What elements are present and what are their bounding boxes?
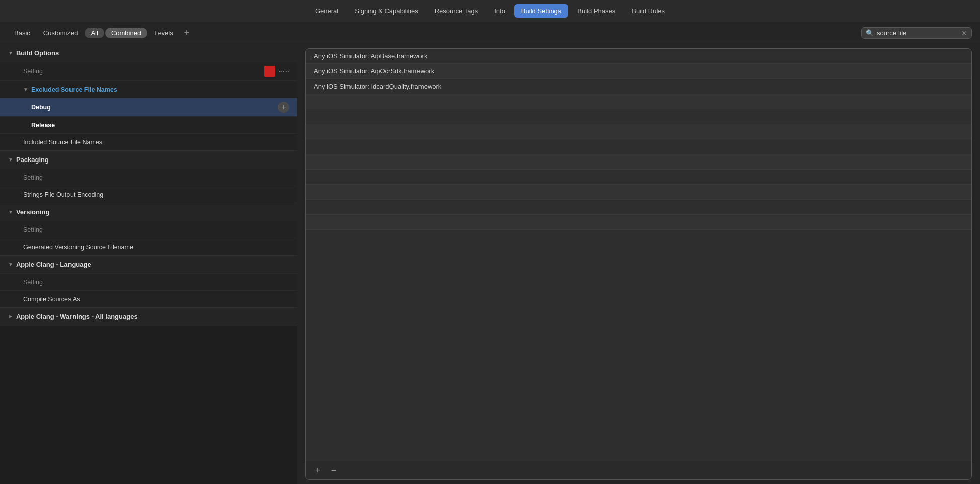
debug-plus-circle[interactable]: +	[278, 102, 289, 113]
popup-item-2[interactable]: Any iOS Simulator: IdcardQuality.framewo…	[306, 79, 971, 94]
chevron-icon-warnings: ▼	[8, 314, 13, 319]
section-label-build-options: Build Options	[16, 49, 59, 57]
tab-build-rules[interactable]: Build Rules	[624, 4, 672, 18]
row-generated-versioning[interactable]: Generated Versioning Source Filename	[0, 238, 297, 255]
section-label-packaging: Packaging	[16, 156, 49, 164]
section-label-versioning: Versioning	[16, 208, 49, 216]
setting-label: Setting	[23, 68, 43, 75]
release-label: Release	[31, 122, 55, 129]
subsection-label-excluded: Excluded Source File Names	[31, 86, 117, 93]
filter-all[interactable]: All	[85, 28, 104, 38]
row-debug[interactable]: Debug +	[0, 98, 297, 116]
popup-item-empty-4	[306, 109, 971, 124]
main-content: ▼ Build Options Setting ······· ▼ Exclud…	[0, 44, 980, 484]
filter-levels[interactable]: Levels	[148, 27, 179, 39]
section-header-apple-clang-warnings[interactable]: ▼ Apple Clang - Warnings - All languages	[0, 308, 297, 326]
packaging-setting-label: Setting	[23, 174, 43, 181]
debug-label: Debug	[31, 104, 51, 111]
tab-info[interactable]: Info	[487, 4, 512, 18]
popup-callout: Any iOS Simulator: AipBase.framework Any…	[305, 48, 972, 480]
section-label-apple-clang-language: Apple Clang - Language	[16, 261, 91, 268]
popup-item-empty-8	[306, 170, 971, 185]
popup-item-empty-10	[306, 200, 971, 215]
included-label: Included Source File Names	[23, 139, 102, 146]
row-setting-apple-clang[interactable]: Setting	[0, 273, 297, 290]
settings-list: ▼ Build Options Setting ······· ▼ Exclud…	[0, 44, 297, 484]
add-setting-button[interactable]: +	[180, 27, 193, 40]
tab-general[interactable]: General	[308, 4, 345, 18]
row-setting-build-options[interactable]: Setting ·······	[0, 62, 297, 80]
value-text: ·······	[277, 68, 289, 75]
filter-customized[interactable]: Customized	[37, 27, 84, 39]
section-packaging: ▼ Packaging Setting Strings File Output …	[0, 151, 297, 203]
compile-sources-label: Compile Sources As	[23, 296, 80, 303]
row-setting-packaging[interactable]: Setting	[0, 169, 297, 186]
chevron-icon-versioning: ▼	[8, 209, 13, 215]
chevron-icon-apple-clang: ▼	[8, 262, 13, 267]
popup-item-0[interactable]: Any iOS Simulator: AipBase.framework	[306, 49, 971, 64]
popup-item-empty-11	[306, 215, 971, 230]
clear-search-button[interactable]: ✕	[961, 30, 967, 37]
section-apple-clang-warnings: ▼ Apple Clang - Warnings - All languages	[0, 308, 297, 326]
section-header-apple-clang-language[interactable]: ▼ Apple Clang - Language	[0, 256, 297, 273]
popup-add-button[interactable]: +	[312, 464, 324, 476]
popup-remove-button[interactable]: −	[328, 464, 340, 476]
strings-file-label: Strings File Output Encoding	[23, 191, 103, 198]
versioning-setting-label: Setting	[23, 226, 43, 233]
popup-item-1[interactable]: Any iOS Simulator: AipOcrSdk.framework	[306, 64, 971, 79]
popup-item-empty-3	[306, 94, 971, 109]
filter-combined[interactable]: Combined	[105, 28, 147, 38]
chevron-icon-excluded: ▼	[23, 87, 28, 92]
section-apple-clang-language: ▼ Apple Clang - Language Setting Compile…	[0, 256, 297, 308]
section-header-packaging[interactable]: ▼ Packaging	[0, 151, 297, 169]
tab-build-phases[interactable]: Build Phases	[570, 4, 622, 18]
section-header-build-options[interactable]: ▼ Build Options	[0, 44, 297, 62]
section-build-options: ▼ Build Options Setting ······· ▼ Exclud…	[0, 44, 297, 151]
search-box: 🔍 ✕	[861, 27, 972, 39]
row-excluded-source-file-names[interactable]: ▼ Excluded Source File Names	[0, 80, 297, 98]
tab-build-settings[interactable]: Build Settings	[514, 4, 569, 18]
chevron-icon-packaging: ▼	[8, 157, 13, 163]
chevron-icon: ▼	[8, 50, 13, 56]
section-versioning: ▼ Versioning Setting Generated Versionin…	[0, 203, 297, 256]
row-release[interactable]: Release	[0, 116, 297, 133]
apple-clang-setting-label: Setting	[23, 279, 43, 286]
filter-basic[interactable]: Basic	[8, 27, 36, 39]
popup-item-empty-7	[306, 154, 971, 170]
right-panel: Any iOS Simulator: AipBase.framework Any…	[297, 44, 980, 484]
popup-item-empty-6	[306, 139, 971, 154]
setting-value: ·······	[264, 66, 289, 77]
section-label-apple-clang-warnings: Apple Clang - Warnings - All languages	[16, 313, 138, 320]
tab-resource-tags[interactable]: Resource Tags	[428, 4, 485, 18]
search-icon: 🔍	[866, 29, 874, 37]
popup-footer: + −	[306, 461, 971, 479]
search-input[interactable]	[877, 29, 958, 37]
top-navigation: General Signing & Capabilities Resource …	[0, 0, 980, 22]
secondary-toolbar: Basic Customized All Combined Levels + 🔍…	[0, 22, 980, 44]
row-setting-versioning[interactable]: Setting	[0, 221, 297, 238]
popup-item-empty-5	[306, 124, 971, 139]
popup-list: Any iOS Simulator: AipBase.framework Any…	[306, 49, 971, 461]
generated-versioning-label: Generated Versioning Source Filename	[23, 244, 133, 251]
tab-signing[interactable]: Signing & Capabilities	[347, 4, 425, 18]
row-compile-sources-as[interactable]: Compile Sources As	[0, 290, 297, 307]
section-header-versioning[interactable]: ▼ Versioning	[0, 203, 297, 221]
row-strings-file-output[interactable]: Strings File Output Encoding	[0, 186, 297, 203]
row-included-source-file-names[interactable]: Included Source File Names	[0, 133, 297, 150]
popup-item-empty-9	[306, 185, 971, 200]
red-icon	[264, 66, 275, 77]
